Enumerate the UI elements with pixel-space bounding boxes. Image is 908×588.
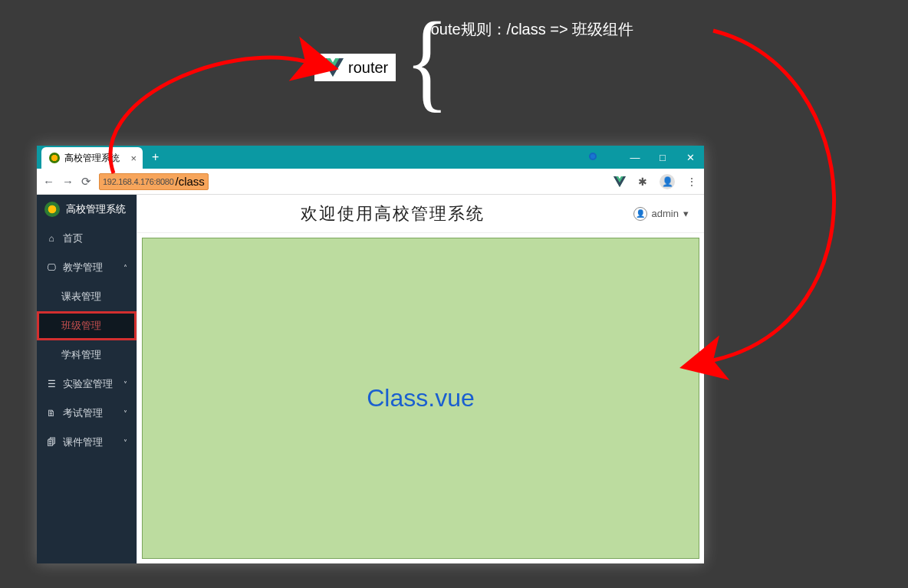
tab-close-icon[interactable]: × [130,153,137,164]
tab-title: 高校管理系统 [64,152,120,165]
browser-tab[interactable]: 高校管理系统 × [41,147,143,169]
menu-label: 考试管理 [63,406,103,420]
vue-devtools-icon[interactable] [614,176,626,188]
router-label: router [348,59,388,77]
sidebar-item-4[interactable]: 学科管理 [37,340,137,370]
main-area: 欢迎使用高校管理系统 👤 admin ▾ Class.vue [137,195,704,563]
menu-icon: ⌂ [46,233,57,244]
address-bar: ← → ⟳ 192.168.4.176:8080 /class ✱ 👤 ⋮ [37,169,704,195]
chevron-down-icon: ˅ [123,409,127,418]
chevron-down-icon: ˅ [123,439,127,447]
menu-icon: 🗐 [46,437,57,448]
brand-logo-icon [44,202,60,217]
sidebar-item-2[interactable]: 课表管理 [37,282,137,311]
user-menu[interactable]: 👤 admin ▾ [633,207,689,221]
window-close-button[interactable]: ✕ [676,146,704,169]
tab-favicon [49,153,60,163]
browser-titlebar: 高校管理系统 × + — □ ✕ [37,146,704,169]
extensions-icon[interactable]: ✱ [637,176,649,188]
menu-label: 学科管理 [61,348,101,362]
brand: 高校管理系统 [37,195,137,224]
menu-icon: 🗎 [46,408,57,419]
menu-label: 教学管理 [63,261,103,274]
window-controls: — □ ✕ [621,146,704,169]
sidebar-item-3[interactable]: 班级管理 [37,311,137,340]
browser-window: 高校管理系统 × + — □ ✕ ← → ⟳ 192.168.4.176:808… [37,146,704,563]
url-input[interactable]: 192.168.4.176:8080 /class [99,173,209,190]
menu-label: 首页 [63,232,83,245]
user-name: admin [652,208,679,219]
menu-icon: 🖵 [46,262,57,273]
sidebar-item-1[interactable]: 🖵教学管理˄ [37,253,137,282]
vue-logo-icon [322,58,344,77]
reload-icon[interactable]: ⟳ [81,175,91,189]
profile-avatar-icon[interactable]: 👤 [660,174,675,189]
menu-icon: ☰ [46,379,57,389]
url-host: 192.168.4.176:8080 [103,177,173,186]
sidebar-item-6[interactable]: 🗎考试管理˅ [37,399,137,428]
route-rule-text: route规则：/class => 班级组件 [426,19,633,40]
recording-dot-icon [589,153,597,160]
chevron-down-icon: ▾ [683,208,689,219]
vue-router-box: router [314,54,396,81]
back-icon[interactable]: ← [43,175,54,188]
url-path: /class [175,175,204,188]
sidebar-item-5[interactable]: ☰实验室管理˅ [37,370,137,399]
router-view: Class.vue [142,238,699,559]
user-avatar-icon: 👤 [633,207,647,221]
chevron-down-icon: ˅ [123,380,127,389]
sidebar-item-0[interactable]: ⌂首页 [37,224,137,253]
component-name: Class.vue [367,384,475,412]
browser-menu-icon[interactable]: ⋮ [686,176,698,188]
app-header: 欢迎使用高校管理系统 👤 admin ▾ [137,195,704,233]
new-tab-button[interactable]: + [152,150,159,164]
sidebar: 高校管理系统 ⌂首页🖵教学管理˄课表管理班级管理学科管理☰实验室管理˅🗎考试管理… [37,195,137,563]
menu-label: 课件管理 [63,435,103,449]
window-minimize-button[interactable]: — [621,146,649,169]
forward-icon[interactable]: → [62,175,74,188]
page-title: 欢迎使用高校管理系统 [153,202,633,225]
menu-label: 课表管理 [61,290,101,304]
addrbar-right: ✱ 👤 ⋮ [614,174,698,189]
brand-title: 高校管理系统 [66,202,126,216]
chevron-up-icon: ˄ [123,264,127,272]
sidebar-menu: ⌂首页🖵教学管理˄课表管理班级管理学科管理☰实验室管理˅🗎考试管理˅🗐课件管理˅ [37,224,137,457]
window-maximize-button[interactable]: □ [649,146,676,169]
menu-label: 实验室管理 [63,377,113,391]
menu-label: 班级管理 [61,319,101,333]
app-shell: 高校管理系统 ⌂首页🖵教学管理˄课表管理班级管理学科管理☰实验室管理˅🗎考试管理… [37,195,704,563]
sidebar-item-7[interactable]: 🗐课件管理˅ [37,428,137,457]
